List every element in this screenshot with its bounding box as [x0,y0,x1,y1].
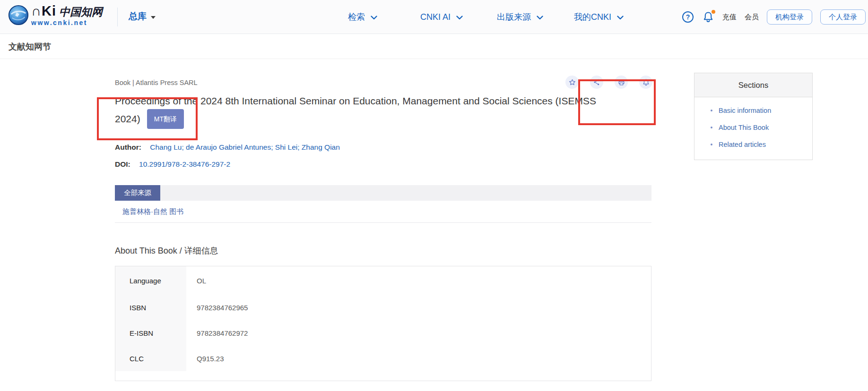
sections-list: Basic information About This Book Relate… [694,97,812,160]
section-item-about-this-book[interactable]: About This Book [694,119,812,136]
nav-item-publish-source[interactable]: 出版来源 [497,0,543,34]
bullet-icon [711,144,712,145]
logo-url: www.cnki.net [31,19,103,26]
svg-text:?: ? [686,13,690,21]
doi-line: DOI: 10.2991/978-2-38476-297-2 [115,160,230,169]
subheader-bar: 文献知网节 [0,34,868,59]
chevron-down-icon [371,16,377,20]
section-link: Basic information [719,107,771,114]
portal-label: 总库 [129,10,147,23]
personal-login-button[interactable]: 个人登录 [820,9,866,25]
section-item-related-articles[interactable]: Related articles [694,136,812,153]
tab-all-sources[interactable]: 全部来源 [115,185,160,201]
bullet-icon [711,127,712,128]
sections-panel-title: Sections [694,73,812,97]
table-row: Language OL [115,266,651,295]
annotation-rect-icons [578,79,656,125]
sources-tab-strip: 全部来源 [115,185,651,201]
page: ∩Ki 中国知网 www.cnki.net 总库 检索 CNKI AI 出版来源… [0,0,868,391]
table-row: CLC Q915.23 [115,346,651,371]
nav-item-cnki-ai[interactable]: CNKI AI [420,0,463,34]
recharge-link[interactable]: 充值 [722,13,737,22]
doi-label: DOI: [115,160,130,168]
logo-mark: ∩Ki [31,4,56,17]
personal-login-label: 个人登录 [829,13,857,22]
nav-item-label: CNKI AI [420,12,451,22]
top-navbar: ∩Ki 中国知网 www.cnki.net 总库 检索 CNKI AI 出版来源… [0,0,868,34]
chevron-down-icon [617,16,624,20]
nav-item-my-cnki[interactable]: 我的CNKI [574,0,624,34]
nav-item-search[interactable]: 检索 [348,0,377,34]
nav-divider [117,8,118,26]
author-label: Author: [115,143,141,151]
cnki-logo[interactable]: ∩Ki 中国知网 www.cnki.net [8,4,103,26]
member-link[interactable]: 会员 [745,13,759,22]
section-link: Related articles [719,141,766,148]
logo-texts: ∩Ki 中国知网 www.cnki.net [31,4,103,26]
star-icon [568,78,576,86]
row-value: 9782384762965 [186,295,651,320]
caret-down-icon [151,16,156,19]
author-line: Author: Chang Lu; de Araujo Gabriel Antu… [115,143,340,152]
row-value: 9782384762972 [186,320,651,346]
logo-cn-name: 中国知网 [59,6,103,18]
annotation-rect-title [97,97,198,140]
bullet-icon [711,110,712,111]
org-login-button[interactable]: 机构登录 [767,9,812,25]
nav-item-label: 出版来源 [497,11,531,23]
chevron-down-icon [456,16,463,20]
about-table: Language OL ISBN 9782384762965 E-ISBN 97… [115,266,651,381]
row-label: CLC [115,346,186,371]
row-label: ISBN [115,295,186,320]
source-link-springer-nature[interactable]: 施普林格·自然 图书 [122,207,183,216]
sources-box: 全部来源 施普林格·自然 图书 [115,185,651,223]
about-heading: About This Book / 详细信息 [115,245,218,256]
author-links[interactable]: Chang Lu; de Araujo Gabriel Antunes; Shi… [150,143,340,151]
row-label: E-ISBN [115,320,186,346]
notification-bell-icon[interactable] [702,11,714,23]
notification-badge [712,10,715,14]
row-value: OL [186,266,651,295]
doi-link[interactable]: 10.2991/978-2-38476-297-2 [139,160,230,168]
table-row: ISBN 9782384762965 [115,295,651,320]
sections-panel: Sections Basic information About This Bo… [694,73,813,160]
chevron-down-icon [537,16,543,20]
nav-item-label: 我的CNKI [574,11,611,23]
row-value: Q915.23 [186,346,651,371]
help-icon[interactable]: ? [682,11,694,23]
globe-logo-icon [8,4,29,26]
table-row: E-ISBN 9782384762972 [115,320,651,346]
nav-item-label: 检索 [348,11,365,23]
portal-dropdown[interactable]: 总库 [129,10,156,23]
source-row: 施普林格·自然 图书 [115,201,651,223]
section-item-basic-information[interactable]: Basic information [694,102,812,119]
nav-right-cluster: ? 充值 会员 机构登录 个人登录 [682,0,866,34]
org-login-label: 机构登录 [775,13,804,22]
publication-type-line: Book | Atlantis Press SARL [115,79,198,86]
section-link: About This Book [719,124,769,131]
row-label: Language [115,266,186,295]
page-title: 文献知网节 [9,41,51,52]
favorite-star-button[interactable] [565,76,579,89]
